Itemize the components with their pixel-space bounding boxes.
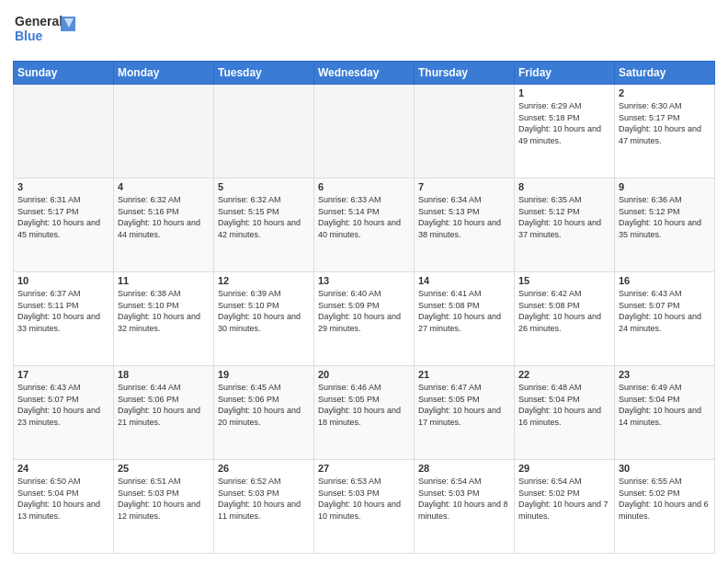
day-number: 15 <box>518 275 610 286</box>
day-info: Sunrise: 6:48 AMSunset: 5:04 PMDaylight:… <box>518 382 610 428</box>
day-info: Sunrise: 6:53 AMSunset: 5:03 PMDaylight:… <box>318 476 410 522</box>
day-number: 1 <box>518 87 610 98</box>
day-number: 10 <box>17 275 109 286</box>
day-number: 21 <box>418 369 510 380</box>
calendar-cell: 17Sunrise: 6:43 AMSunset: 5:07 PMDayligh… <box>14 366 114 460</box>
calendar-cell: 11Sunrise: 6:38 AMSunset: 5:10 PMDayligh… <box>114 272 214 366</box>
calendar-cell: 15Sunrise: 6:42 AMSunset: 5:08 PMDayligh… <box>515 272 615 366</box>
day-info: Sunrise: 6:40 AMSunset: 5:09 PMDaylight:… <box>318 288 410 334</box>
day-number: 28 <box>418 463 510 474</box>
calendar-cell: 20Sunrise: 6:46 AMSunset: 5:05 PMDayligh… <box>314 366 415 460</box>
calendar-cell: 16Sunrise: 6:43 AMSunset: 5:07 PMDayligh… <box>615 272 715 366</box>
calendar-cell: 5Sunrise: 6:32 AMSunset: 5:15 PMDaylight… <box>214 178 314 272</box>
calendar-cell: 7Sunrise: 6:34 AMSunset: 5:13 PMDaylight… <box>415 178 515 272</box>
day-number: 20 <box>318 369 410 380</box>
calendar-cell <box>314 85 415 178</box>
calendar-cell: 3Sunrise: 6:31 AMSunset: 5:17 PMDaylight… <box>14 178 114 272</box>
day-number: 18 <box>118 369 210 380</box>
logo: General Blue <box>13 9 77 53</box>
day-info: Sunrise: 6:55 AMSunset: 5:02 PMDaylight:… <box>619 476 711 522</box>
day-info: Sunrise: 6:33 AMSunset: 5:14 PMDaylight:… <box>318 194 410 240</box>
calendar-cell: 10Sunrise: 6:37 AMSunset: 5:11 PMDayligh… <box>14 272 114 366</box>
day-info: Sunrise: 6:50 AMSunset: 5:04 PMDaylight:… <box>17 476 109 522</box>
day-info: Sunrise: 6:36 AMSunset: 5:12 PMDaylight:… <box>619 194 711 240</box>
day-info: Sunrise: 6:38 AMSunset: 5:10 PMDaylight:… <box>118 288 210 334</box>
calendar-cell: 22Sunrise: 6:48 AMSunset: 5:04 PMDayligh… <box>515 366 615 460</box>
calendar-cell: 6Sunrise: 6:33 AMSunset: 5:14 PMDaylight… <box>314 178 415 272</box>
weekday-header: Friday <box>515 62 615 85</box>
calendar-cell: 23Sunrise: 6:49 AMSunset: 5:04 PMDayligh… <box>615 366 715 460</box>
day-info: Sunrise: 6:54 AMSunset: 5:02 PMDaylight:… <box>518 476 610 522</box>
day-number: 13 <box>318 275 410 286</box>
day-number: 16 <box>619 275 711 286</box>
calendar-cell: 9Sunrise: 6:36 AMSunset: 5:12 PMDaylight… <box>615 178 715 272</box>
calendar-cell: 8Sunrise: 6:35 AMSunset: 5:12 PMDaylight… <box>515 178 615 272</box>
day-info: Sunrise: 6:43 AMSunset: 5:07 PMDaylight:… <box>17 382 109 428</box>
calendar-cell: 18Sunrise: 6:44 AMSunset: 5:06 PMDayligh… <box>114 366 214 460</box>
calendar-week-row: 17Sunrise: 6:43 AMSunset: 5:07 PMDayligh… <box>14 366 715 460</box>
day-info: Sunrise: 6:34 AMSunset: 5:13 PMDaylight:… <box>418 194 510 240</box>
calendar-cell: 2Sunrise: 6:30 AMSunset: 5:17 PMDaylight… <box>615 85 715 178</box>
calendar-week-row: 1Sunrise: 6:29 AMSunset: 5:18 PMDaylight… <box>14 85 715 178</box>
day-info: Sunrise: 6:32 AMSunset: 5:16 PMDaylight:… <box>118 194 210 240</box>
weekday-header: Saturday <box>615 62 715 85</box>
day-number: 30 <box>619 463 711 474</box>
day-number: 3 <box>17 181 109 192</box>
day-info: Sunrise: 6:49 AMSunset: 5:04 PMDaylight:… <box>619 382 711 428</box>
day-number: 12 <box>218 275 310 286</box>
calendar-week-row: 10Sunrise: 6:37 AMSunset: 5:11 PMDayligh… <box>14 272 715 366</box>
day-info: Sunrise: 6:54 AMSunset: 5:03 PMDaylight:… <box>418 476 510 522</box>
day-info: Sunrise: 6:43 AMSunset: 5:07 PMDaylight:… <box>619 288 711 334</box>
day-number: 22 <box>518 369 610 380</box>
calendar-cell: 14Sunrise: 6:41 AMSunset: 5:08 PMDayligh… <box>415 272 515 366</box>
day-info: Sunrise: 6:51 AMSunset: 5:03 PMDaylight:… <box>118 476 210 522</box>
calendar-week-row: 3Sunrise: 6:31 AMSunset: 5:17 PMDaylight… <box>14 178 715 272</box>
day-number: 23 <box>619 369 711 380</box>
day-number: 2 <box>619 87 711 98</box>
calendar-cell: 19Sunrise: 6:45 AMSunset: 5:06 PMDayligh… <box>214 366 314 460</box>
day-info: Sunrise: 6:46 AMSunset: 5:05 PMDaylight:… <box>318 382 410 428</box>
day-number: 25 <box>118 463 210 474</box>
calendar-cell: 27Sunrise: 6:53 AMSunset: 5:03 PMDayligh… <box>314 460 415 554</box>
day-number: 29 <box>518 463 610 474</box>
day-number: 26 <box>218 463 310 474</box>
weekday-header: Tuesday <box>214 62 314 85</box>
day-number: 4 <box>118 181 210 192</box>
day-number: 27 <box>318 463 410 474</box>
calendar-table: SundayMondayTuesdayWednesdayThursdayFrid… <box>13 61 715 554</box>
calendar-cell <box>415 85 515 178</box>
calendar-cell: 1Sunrise: 6:29 AMSunset: 5:18 PMDaylight… <box>515 85 615 178</box>
svg-text:Blue: Blue <box>15 29 43 43</box>
day-info: Sunrise: 6:35 AMSunset: 5:12 PMDaylight:… <box>518 194 610 240</box>
day-info: Sunrise: 6:31 AMSunset: 5:17 PMDaylight:… <box>17 194 109 240</box>
weekday-header: Wednesday <box>314 62 415 85</box>
day-info: Sunrise: 6:39 AMSunset: 5:10 PMDaylight:… <box>218 288 310 334</box>
day-number: 9 <box>619 181 711 192</box>
day-number: 8 <box>518 181 610 192</box>
day-info: Sunrise: 6:30 AMSunset: 5:17 PMDaylight:… <box>619 100 711 146</box>
weekday-header: Sunday <box>14 62 114 85</box>
day-info: Sunrise: 6:41 AMSunset: 5:08 PMDaylight:… <box>418 288 510 334</box>
weekday-header: Monday <box>114 62 214 85</box>
svg-text:General: General <box>15 14 63 29</box>
day-info: Sunrise: 6:52 AMSunset: 5:03 PMDaylight:… <box>218 476 310 522</box>
weekday-header: Thursday <box>415 62 515 85</box>
calendar-cell: 4Sunrise: 6:32 AMSunset: 5:16 PMDaylight… <box>114 178 214 272</box>
logo-area: General Blue <box>13 9 77 53</box>
day-info: Sunrise: 6:47 AMSunset: 5:05 PMDaylight:… <box>418 382 510 428</box>
calendar-cell: 24Sunrise: 6:50 AMSunset: 5:04 PMDayligh… <box>14 460 114 554</box>
day-number: 17 <box>17 369 109 380</box>
calendar-cell: 30Sunrise: 6:55 AMSunset: 5:02 PMDayligh… <box>615 460 715 554</box>
day-info: Sunrise: 6:29 AMSunset: 5:18 PMDaylight:… <box>518 100 610 146</box>
calendar-cell: 29Sunrise: 6:54 AMSunset: 5:02 PMDayligh… <box>515 460 615 554</box>
day-number: 6 <box>318 181 410 192</box>
day-number: 11 <box>118 275 210 286</box>
calendar-cell: 21Sunrise: 6:47 AMSunset: 5:05 PMDayligh… <box>415 366 515 460</box>
day-info: Sunrise: 6:44 AMSunset: 5:06 PMDaylight:… <box>118 382 210 428</box>
day-info: Sunrise: 6:32 AMSunset: 5:15 PMDaylight:… <box>218 194 310 240</box>
day-number: 7 <box>418 181 510 192</box>
calendar-cell <box>114 85 214 178</box>
day-number: 14 <box>418 275 510 286</box>
calendar-cell <box>214 85 314 178</box>
calendar-cell <box>14 85 114 178</box>
